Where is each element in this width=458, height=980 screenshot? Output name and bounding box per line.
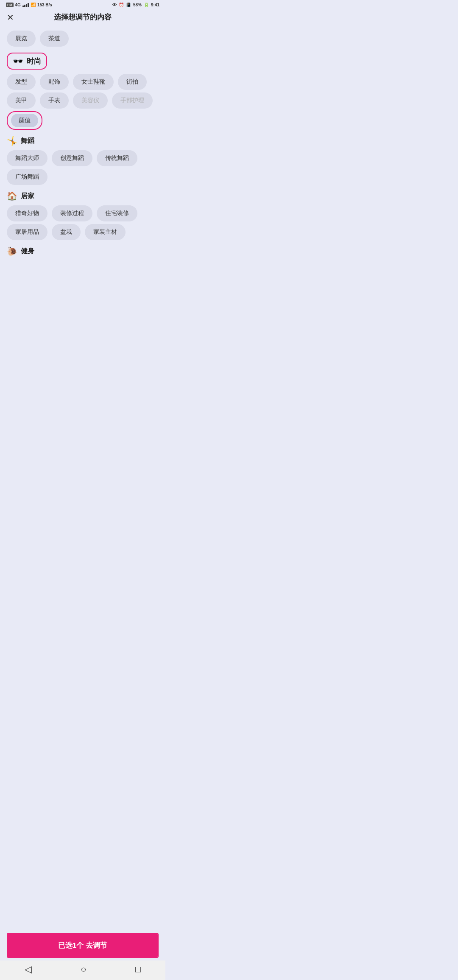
tag-streetphoto[interactable]: 街拍 (118, 74, 147, 90)
tag-shoes[interactable]: 女士鞋靴 (73, 74, 114, 90)
home-icon: 🏠 (7, 191, 17, 201)
tag-nail[interactable]: 美甲 (7, 92, 36, 109)
status-left: HD 4G 📶 153 B/s (6, 3, 52, 7)
section-fitness: 🐌 健身 (7, 246, 159, 256)
status-bar: HD 4G 📶 153 B/s 👁 ⏰ 📳 58% 🔋 9:41 (0, 0, 165, 9)
alarm-icon: ⏰ (119, 3, 124, 7)
signal-4g: 4G (15, 3, 21, 7)
tag-creative-dance[interactable]: 创意舞蹈 (52, 150, 92, 166)
tag-hand-care: 手部护理 (112, 92, 153, 109)
selected-tag-yanzhi[interactable]: 颜值 (7, 111, 42, 130)
fashion-icon: 🕶️ (13, 56, 23, 66)
dance-label: 舞蹈 (21, 137, 34, 146)
tag-square-dance[interactable]: 广场舞蹈 (7, 169, 47, 185)
dance-tags-row2: 广场舞蹈 (7, 169, 159, 185)
tag-renovation-process[interactable]: 装修过程 (52, 205, 92, 221)
dance-tags: 舞蹈大师 创意舞蹈 传统舞蹈 (7, 150, 159, 166)
tag-watch[interactable]: 手表 (40, 92, 69, 109)
home-tags-row1: 猎奇好物 装修过程 住宅装修 (7, 205, 159, 221)
dance-icon: 🤸 (7, 136, 17, 146)
tag-hairstyle[interactable]: 发型 (7, 74, 36, 90)
tag-home-materials[interactable]: 家装主材 (85, 224, 126, 240)
hd-badge: HD (6, 3, 14, 7)
category-fashion-selected[interactable]: 🕶️ 时尚 (7, 53, 47, 70)
tag-exhibition[interactable]: 展览 (7, 31, 36, 47)
section-dance: 🤸 舞蹈 (7, 136, 159, 146)
status-right: 👁 ⏰ 📳 58% 🔋 9:41 (112, 3, 159, 7)
tag-beauty-device: 美容仪 (73, 92, 108, 109)
fashion-tags-row1: 发型 配饰 女士鞋靴 街拍 (7, 74, 159, 90)
page-title: 选择想调节的内容 (54, 12, 112, 22)
fashion-tags-row2: 美甲 手表 美容仪 手部护理 (7, 92, 159, 109)
header: ✕ 选择想调节的内容 (0, 9, 165, 26)
tag-novelty[interactable]: 猎奇好物 (7, 205, 47, 221)
close-button[interactable]: ✕ (7, 13, 14, 22)
tag-dance-master[interactable]: 舞蹈大师 (7, 150, 47, 166)
tag-bonsai[interactable]: 盆栽 (52, 224, 81, 240)
network-speed: 153 B/s (37, 3, 52, 7)
tag-home-goods[interactable]: 家居用品 (7, 224, 47, 240)
tag-tea[interactable]: 茶道 (40, 31, 69, 47)
tag-home-renovation[interactable]: 住宅装修 (97, 205, 137, 221)
home-tags-row2: 家居用品 盆栽 家装主材 (7, 224, 159, 240)
vibrate-icon: 📳 (126, 3, 131, 7)
top-tags: 展览 茶道 (7, 31, 159, 47)
battery-level: 58% (133, 3, 142, 7)
tag-yanzhi-inner: 颜值 (11, 114, 38, 127)
content-area: 展览 茶道 🕶️ 时尚 发型 配饰 女士鞋靴 街拍 美甲 手表 美容仪 手部护理… (0, 26, 165, 303)
tag-traditional-dance[interactable]: 传统舞蹈 (97, 150, 137, 166)
fitness-icon: 🐌 (7, 246, 17, 256)
eye-icon: 👁 (112, 3, 117, 7)
section-home: 🏠 居家 (7, 191, 159, 201)
wifi-icon: 📶 (31, 3, 36, 7)
fitness-label: 健身 (21, 247, 34, 256)
home-label: 居家 (21, 192, 34, 201)
tag-accessories[interactable]: 配饰 (40, 74, 69, 90)
fashion-label: 时尚 (27, 56, 41, 66)
battery-icon: 🔋 (144, 3, 149, 7)
selected-tag-wrapper: 颜值 (7, 111, 159, 130)
signal-bars (22, 3, 29, 7)
clock: 9:41 (151, 3, 159, 7)
